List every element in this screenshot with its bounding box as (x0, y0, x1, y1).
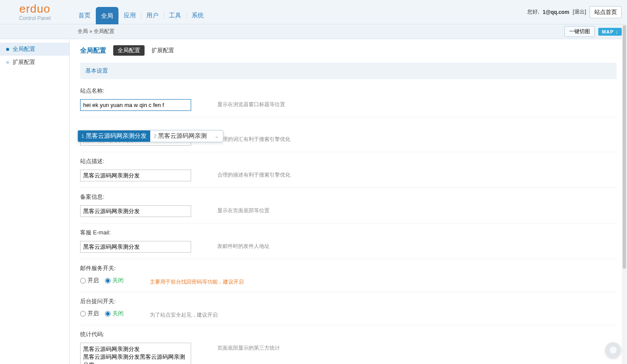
hint-mail-switch: 主要用于前台找回密码等功能，建议开启 (150, 277, 244, 286)
row-site-name: 站点名称: 1 黑客云源码网亲测分发 2 黑客云源码网亲测 ⌄ (80, 82, 617, 117)
site-desc-input[interactable] (80, 170, 191, 181)
mail-switch-on[interactable]: 开启 (80, 277, 99, 284)
hint-question-switch: 为了站点安全起见，建议开启 (150, 310, 218, 319)
brand-logo: erduo Control Panel (0, 0, 70, 24)
mail-switch-radios: 开启 关闭 (80, 277, 124, 284)
site-home-button[interactable]: 站点首页 (590, 6, 622, 18)
main-layout: 全局配置 扩展配置 版本: 5.0 编码: GBK 更新: 20190311 P… (0, 39, 627, 364)
hint-site-name: 显示在浏览器窗口标题等位置 (217, 99, 285, 108)
top-right: 您好, 1@qq.com [退出] 站点首页 (527, 0, 627, 24)
hint-stats: 页面底部显示的第三方统计 (217, 343, 280, 352)
label-mail-switch: 邮件服务开关: (80, 264, 617, 272)
sidebar-item-ext-config[interactable]: 扩展配置 (0, 56, 69, 69)
logout-link[interactable]: [退出] (573, 8, 586, 16)
row-mail-switch: 邮件服务开关: 开启 关闭 主要用于前台找回密码等功能，建议开启 (80, 259, 617, 292)
row-email: 客服 E-mail: 发邮件时的发件人地址 (80, 224, 617, 259)
top-bar: erduo Control Panel 首页 全局 应用 用户 工具 系统 您好… (0, 0, 627, 24)
label-question-switch: 后台提问开关: (80, 297, 617, 305)
brand-subtitle: Control Panel (19, 15, 51, 21)
label-email: 客服 E-mail: (80, 229, 617, 237)
breadcrumb: 全局 » 全局配置 (78, 28, 115, 35)
topnav-system[interactable]: 系统 (186, 8, 209, 24)
sidebar-list: 全局配置 扩展配置 (0, 43, 69, 364)
help-bubble-button[interactable] (605, 342, 621, 358)
row-site-desc: 站点描述: 合理的描述有利于搜索引擎优化 (80, 152, 617, 188)
brand-name: erduo (19, 3, 51, 14)
bullet-icon (6, 48, 9, 51)
question-switch-on[interactable]: 开启 (80, 310, 99, 317)
sidebar-item-label: 全局配置 (13, 45, 35, 53)
greeting-text: 您好, (527, 8, 539, 16)
vertical-scrollbar[interactable] (622, 24, 627, 364)
email-input[interactable] (80, 241, 191, 253)
hint-email: 发邮件时的发件人地址 (217, 241, 270, 250)
label-stats: 统计代码: (80, 331, 617, 338)
section-basic-settings: 基本设置 (80, 63, 617, 79)
icp-input[interactable] (80, 205, 191, 217)
mail-switch-off[interactable]: 关闭 (105, 277, 124, 284)
switch-layout-button[interactable]: 一键切图 (564, 26, 595, 37)
tab-global-config[interactable]: 全局配置 (113, 45, 145, 56)
stats-textarea[interactable] (80, 343, 191, 364)
current-user: 1@qq.com (543, 9, 569, 15)
label-site-name: 站点名称: (80, 87, 617, 95)
page-title: 全局配置 (80, 47, 106, 55)
site-name-input[interactable] (80, 99, 191, 111)
sidebar-item-global-config[interactable]: 全局配置 (0, 43, 69, 56)
ime-candidate-popup[interactable]: 1 黑客云源码网亲测分发 2 黑客云源码网亲测 ⌄ (78, 130, 223, 142)
label-icp: 备案信息: (80, 193, 617, 201)
sidebar: 全局配置 扩展配置 版本: 5.0 编码: GBK 更新: 20190311 P… (0, 39, 70, 364)
topnav-tool[interactable]: 工具 (164, 8, 186, 24)
hint-site-desc: 合理的描述有利于搜索引擎优化 (217, 170, 290, 179)
question-switch-radios: 开启 关闭 (80, 310, 124, 317)
question-switch-off[interactable]: 关闭 (105, 310, 124, 317)
topnav-app[interactable]: 应用 (118, 8, 141, 24)
tab-ext-config[interactable]: 扩展配置 (152, 47, 174, 54)
ime-candidate-2[interactable]: 2 黑客云源码网亲测 (150, 130, 210, 142)
breadcrumb-actions: 一键切图 MAP ↓ (564, 26, 622, 37)
row-question-switch: 后台提问开关: 开启 关闭 为了站点安全起见，建议开启 (80, 292, 617, 325)
bullet-icon (6, 61, 9, 64)
page-header: 全局配置 全局配置 扩展配置 (80, 45, 617, 56)
map-button[interactable]: MAP ↓ (598, 28, 622, 36)
site-name-input-wrap: 1 黑客云源码网亲测分发 2 黑客云源码网亲测 ⌄ (80, 99, 191, 111)
hint-site-keywords: 合理的词汇有利于搜索引擎优化 (217, 134, 290, 143)
hint-icp: 显示在页面底部等位置 (217, 205, 270, 214)
row-stats: 统计代码: 页面底部显示的第三方统计 (80, 325, 617, 364)
chevron-down-icon[interactable]: ⌄ (210, 134, 223, 139)
breadcrumb-bar: 全局 » 全局配置 一键切图 MAP ↓ (0, 24, 627, 39)
sidebar-item-label: 扩展配置 (13, 58, 35, 66)
ime-candidate-1[interactable]: 1 黑客云源码网亲测分发 (78, 130, 150, 142)
top-nav: 首页 全局 应用 用户 工具 系统 (70, 0, 527, 24)
content-area: 全局配置 全局配置 扩展配置 基本设置 站点名称: 1 黑客云源码网亲测分发 2 (70, 39, 627, 364)
topnav-global[interactable]: 全局 (96, 7, 118, 24)
scrollbar-thumb[interactable] (623, 25, 626, 269)
topnav-home[interactable]: 首页 (73, 8, 96, 24)
topnav-user[interactable]: 用户 (141, 8, 164, 24)
label-site-desc: 站点描述: (80, 157, 617, 165)
row-icp: 备案信息: 显示在页面底部等位置 (80, 188, 617, 224)
